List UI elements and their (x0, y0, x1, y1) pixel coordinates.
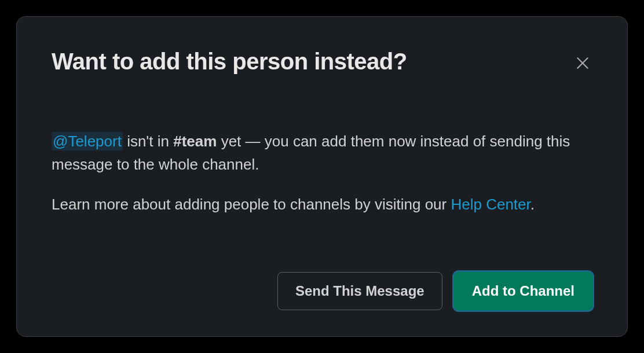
send-message-button[interactable]: Send This Message (277, 272, 442, 310)
body-text-2b: . (530, 196, 535, 213)
help-center-link[interactable]: Help Center (451, 196, 530, 213)
close-icon (575, 56, 590, 71)
close-button[interactable] (573, 53, 592, 73)
modal-body: @Teleport isn't in #team yet — you can a… (52, 130, 592, 260)
channel-name: #team (173, 133, 217, 150)
modal-footer: Send This Message Add to Channel (52, 272, 592, 310)
add-to-channel-button[interactable]: Add to Channel (454, 272, 592, 310)
modal-header: Want to add this person instead? (52, 49, 592, 75)
modal-title: Want to add this person instead? (52, 49, 407, 75)
user-mention[interactable]: @Teleport (52, 132, 123, 150)
body-text-1a: isn't in (123, 133, 173, 150)
modal-paragraph-2: Learn more about adding people to channe… (52, 193, 592, 216)
body-text-2a: Learn more about adding people to channe… (52, 196, 451, 213)
modal-paragraph-1: @Teleport isn't in #team yet — you can a… (52, 130, 592, 176)
add-person-modal: Want to add this person instead? @Telepo… (16, 16, 628, 337)
